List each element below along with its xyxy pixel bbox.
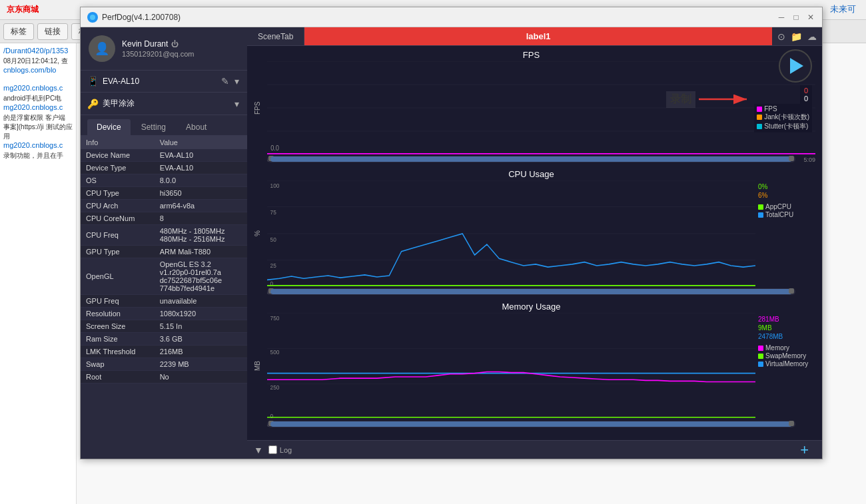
memory-chart-title: Memory Usage xyxy=(247,298,815,313)
memory-chart-wrapper: MB 750 500 250 xyxy=(247,313,815,419)
log-checkbox-input[interactable] xyxy=(268,445,277,454)
col-header-value: Value xyxy=(155,136,247,149)
record-play-button[interactable] xyxy=(779,49,812,83)
device-dropdown-icon[interactable]: ▾ xyxy=(233,76,240,87)
app-icon: 🔑 xyxy=(87,99,99,109)
cpu-scrollbar-end[interactable] xyxy=(789,288,794,294)
app-dropdown-icon[interactable]: ▾ xyxy=(233,99,240,109)
blog-link-3[interactable]: mg2020.cnblogs.c xyxy=(3,84,73,92)
svg-text:750: 750 xyxy=(270,314,280,322)
blog-link-1[interactable]: /Durant0420/p/1353 xyxy=(3,47,73,55)
table-row: RootNo xyxy=(81,371,247,383)
table-row: CPU Archarm64-v8a xyxy=(81,200,247,212)
table-cell-info: CPU CoreNum xyxy=(81,212,155,225)
table-cell-info: Screen Size xyxy=(81,320,155,333)
memory-y-label: MB xyxy=(247,313,267,419)
fps-legend-fps: FPS xyxy=(757,105,809,113)
table-cell-value: ARM Mali-T880 xyxy=(155,246,247,258)
close-button[interactable]: ✕ xyxy=(806,13,815,22)
minimize-button[interactable]: ─ xyxy=(777,13,786,22)
scene-bar: SceneTab label1 ⊙ 📁 ☁ xyxy=(247,27,822,46)
blog-link-2[interactable]: cnblogs.com/blo xyxy=(3,66,73,74)
memory-scrollbar[interactable] xyxy=(267,421,795,427)
jd-logo: 京东商城 xyxy=(7,4,39,15)
table-row: CPU Typehi3650 xyxy=(81,187,247,200)
fps-legend-dot xyxy=(757,107,762,112)
fps-scrollbar[interactable] xyxy=(267,156,795,162)
table-cell-value: EVA-AL10 xyxy=(155,162,247,174)
nav-btn-link[interactable]: 链接 xyxy=(37,23,68,40)
blog-text-4: 客户端 xyxy=(45,114,65,121)
col-header-info: Info xyxy=(81,136,155,149)
table-row: Screen Size5.15 In xyxy=(81,320,247,333)
memory-legend-memory: Memory xyxy=(758,344,813,352)
cpu-value-1: 0% xyxy=(758,183,813,190)
virtual-dot xyxy=(758,362,763,367)
scene-label: label1 xyxy=(304,27,772,45)
svg-text:50: 50 xyxy=(270,236,276,243)
table-cell-value: 8 xyxy=(155,212,247,225)
device-selector[interactable]: 📱 EVA-AL10 ✎ ▾ xyxy=(81,71,247,93)
blog-link-5[interactable]: mg2020.cnblogs.c xyxy=(3,141,73,149)
appcpu-dot xyxy=(758,204,763,210)
scene-icon-1[interactable]: ⊙ xyxy=(777,31,785,42)
cpu-legend-items: AppCPU TotalCPU xyxy=(758,203,813,219)
blog-link-4[interactable]: mg2020.cnblogs.c xyxy=(3,103,73,111)
table-cell-info: Resolution xyxy=(81,308,155,320)
table-row: CPU Freq480MHz - 1805MHz 480MHz - 2516MH… xyxy=(81,225,247,246)
totalcpu-dot xyxy=(758,212,763,218)
table-row: Ram Size3.6 GB xyxy=(81,333,247,346)
blog-sidebar: /Durant0420/p/1353 08月20日12:04:12, 查 cnb… xyxy=(0,43,77,504)
table-cell-value: 216MB xyxy=(155,346,247,358)
scene-tab-button[interactable]: SceneTab xyxy=(247,27,304,45)
tab-device[interactable]: Device xyxy=(87,119,131,135)
log-checkbox[interactable]: Log xyxy=(268,445,292,454)
maximize-button[interactable]: □ xyxy=(791,13,801,22)
jank-legend-dot xyxy=(757,115,762,120)
fps-scrollbar-end[interactable] xyxy=(789,156,794,161)
table-cell-info: Ram Size xyxy=(81,333,155,346)
table-cell-value: EVA-AL10 xyxy=(155,149,247,162)
plus-button[interactable]: + xyxy=(800,441,809,459)
memory-chart-section: Memory Usage MB 750 xyxy=(247,298,822,427)
nav-btn-tag[interactable]: 标签 xyxy=(3,23,34,40)
blog-text-1: 08月20日12:04:12, 查 xyxy=(3,57,68,65)
table-cell-info: OS xyxy=(81,174,155,187)
record-arrow xyxy=(699,89,752,109)
cpu-scrollbar-thumb[interactable] xyxy=(270,289,792,294)
window-content: 👤 Kevin Durant ⏻ 1350129201@qq.com 📱 EVA… xyxy=(81,27,822,459)
bottom-arrow-button[interactable]: ▼ xyxy=(254,445,263,455)
scene-icon-2[interactable]: 📁 xyxy=(791,31,802,42)
scene-icon-3[interactable]: ☁ xyxy=(807,31,817,42)
user-details: Kevin Durant ⏻ 1350129201@qq.com xyxy=(122,39,239,58)
fps-chart-title: FPS xyxy=(247,46,815,61)
memory-value-3: 2478MB xyxy=(758,333,813,340)
tab-setting[interactable]: Setting xyxy=(132,119,175,135)
table-row: GPU Frequnavailable xyxy=(81,295,247,308)
table-cell-value: arm64-v8a xyxy=(155,200,247,212)
table-cell-value: No xyxy=(155,371,247,383)
memory-dot xyxy=(758,346,763,351)
device-edit-icon[interactable]: ✎ xyxy=(220,76,230,87)
table-row: Device TypeEVA-AL10 xyxy=(81,162,247,174)
avatar: 👤 xyxy=(89,35,115,62)
cpu-scrollbar[interactable] xyxy=(267,288,795,295)
device-name-label: EVA-AL10 xyxy=(103,77,216,86)
app-selector[interactable]: 🔑 美甲涂涂 ▾ xyxy=(81,93,247,115)
log-label: Log xyxy=(280,446,292,454)
table-cell-info: CPU Freq xyxy=(81,225,155,246)
svg-text:25: 25 xyxy=(270,262,276,270)
perfdog-window: PerfDog(v4.1.200708) ─ □ ✕ 👤 Kevin Duran… xyxy=(80,7,823,459)
memory-scrollbar-end[interactable] xyxy=(789,421,794,426)
window-title-text: PerfDog(v4.1.200708) xyxy=(102,13,777,22)
svg-text:500: 500 xyxy=(270,348,280,356)
charts-area[interactable]: 0 0 FPS Jank(卡顿次数) xyxy=(247,46,822,440)
fps-legend-stutter: Stutter(卡顿率) xyxy=(757,122,809,131)
memory-legend-items: Memory SwapMemory VirtualMemory xyxy=(758,344,813,368)
tab-about[interactable]: About xyxy=(177,119,216,135)
table-cell-info: Root xyxy=(81,371,155,383)
memory-scrollbar-thumb[interactable] xyxy=(270,421,792,427)
svg-text:100: 100 xyxy=(270,182,280,189)
power-icon[interactable]: ⏻ xyxy=(171,40,179,48)
fps-scrollbar-thumb[interactable] xyxy=(270,156,792,162)
